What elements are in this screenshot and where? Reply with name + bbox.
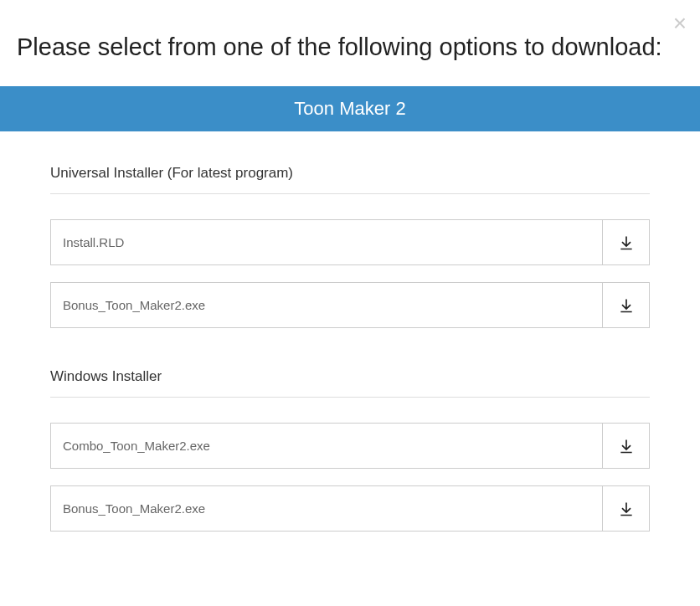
close-icon: × xyxy=(673,10,687,36)
section-title: Universal Installer (For latest program) xyxy=(50,165,650,182)
section-divider xyxy=(50,193,650,194)
download-icon xyxy=(618,234,635,251)
section-universal-installer: Universal Installer (For latest program)… xyxy=(50,165,650,328)
section-windows-installer: Windows Installer Combo_Toon_Maker2.exe … xyxy=(50,368,650,532)
download-button[interactable] xyxy=(602,220,649,264)
file-name-label: Install.RLD xyxy=(51,220,602,264)
file-name-label: Bonus_Toon_Maker2.exe xyxy=(51,486,602,531)
download-button[interactable] xyxy=(602,486,649,531)
close-button[interactable]: × xyxy=(673,12,687,35)
download-row: Bonus_Toon_Maker2.exe xyxy=(50,485,650,532)
section-divider xyxy=(50,397,650,398)
product-title: Toon Maker 2 xyxy=(294,98,405,119)
download-icon xyxy=(618,297,635,314)
download-button[interactable] xyxy=(602,283,649,327)
download-sections: Universal Installer (For latest program)… xyxy=(0,131,700,532)
page-heading: Please select from one of the following … xyxy=(0,0,700,86)
download-row: Bonus_Toon_Maker2.exe xyxy=(50,282,650,328)
download-row: Combo_Toon_Maker2.exe xyxy=(50,423,650,469)
download-button[interactable] xyxy=(602,424,649,468)
download-row: Install.RLD xyxy=(50,219,650,265)
product-title-bar: Toon Maker 2 xyxy=(0,86,700,131)
download-icon xyxy=(618,501,635,517)
download-icon xyxy=(618,438,635,454)
file-name-label: Bonus_Toon_Maker2.exe xyxy=(51,283,602,327)
section-title: Windows Installer xyxy=(50,368,650,385)
file-name-label: Combo_Toon_Maker2.exe xyxy=(51,424,602,468)
